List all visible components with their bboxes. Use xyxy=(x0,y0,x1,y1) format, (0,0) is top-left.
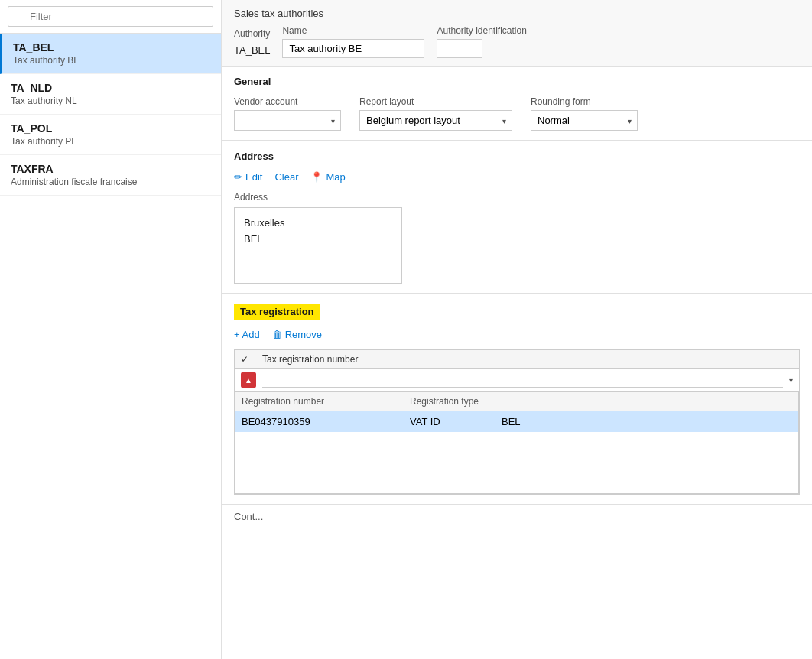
vendor-account-wrap: ▾ xyxy=(234,110,341,131)
reg-number-col-header: Tax registration number xyxy=(262,354,793,365)
authority-id-label: Authority identification xyxy=(437,25,526,36)
trash-icon: 🗑 xyxy=(272,329,282,340)
dropdown-reg-type: VAT ID xyxy=(410,416,502,427)
dropdown-col-reg-type: Registration type xyxy=(410,396,502,407)
remove-label: Remove xyxy=(285,329,322,340)
sta-section-title: Sales tax authorities xyxy=(234,8,800,19)
sidebar-item-code: TA_NLD xyxy=(11,82,210,94)
sidebar-item-desc: Tax authority PL xyxy=(11,136,210,147)
clear-label: Clear xyxy=(274,171,298,183)
sidebar-item-ta-nld[interactable]: TA_NLD Tax authority NL xyxy=(0,74,221,115)
sidebar-item-code: TAXFRA xyxy=(11,163,210,175)
tax-reg-number-input[interactable] xyxy=(262,372,783,388)
sidebar-list: TA_BEL Tax authority BE TA_NLD Tax autho… xyxy=(0,34,221,659)
edit-button[interactable]: ✏ Edit xyxy=(234,170,262,184)
map-icon: 📍 xyxy=(310,171,323,183)
authority-id-field: Authority identification xyxy=(437,25,526,58)
filter-bar: 🔍 xyxy=(0,0,221,34)
map-button[interactable]: 📍 Map xyxy=(310,170,345,184)
filter-input[interactable] xyxy=(8,6,213,27)
sidebar-item-desc: Tax authority BE xyxy=(13,55,210,66)
address-section: Address ✏ Edit Clear 📍 Map Address Bruxe… xyxy=(222,141,812,294)
tax-reg-actions: + Add 🗑 Remove xyxy=(234,327,800,342)
map-label: Map xyxy=(326,171,345,183)
footer-hint-text: Cont... xyxy=(234,511,263,522)
name-input[interactable] xyxy=(282,39,424,58)
dropdown-header: Registration number Registration type xyxy=(235,392,798,411)
authority-value: TA_BEL xyxy=(234,42,270,58)
add-label: + Add xyxy=(234,329,260,340)
rounding-form-label: Rounding form xyxy=(531,96,638,107)
report-layout-select[interactable]: Belgium report layout xyxy=(359,110,512,131)
edit-label: Edit xyxy=(245,171,262,183)
sidebar-item-desc: Administration fiscale francaise xyxy=(11,177,210,187)
vendor-account-label: Vendor account xyxy=(234,96,341,107)
check-col-header: ✓ xyxy=(241,354,256,365)
rounding-form-wrap: Normal 0.01 0.05 0.10 1.00 ▾ xyxy=(531,110,638,131)
report-layout-wrap: Belgium report layout ▾ xyxy=(359,110,512,131)
filter-wrap: 🔍 xyxy=(8,6,213,27)
sta-fields: Authority TA_BEL Name Authority identifi… xyxy=(234,25,800,58)
clear-button[interactable]: Clear xyxy=(274,170,298,184)
dropdown-col3 xyxy=(502,396,792,407)
general-section: General Vendor account ▾ Report layout B… xyxy=(222,67,812,141)
address-line2: BEL xyxy=(244,232,392,248)
rounding-form-select[interactable]: Normal 0.01 0.05 0.10 1.00 xyxy=(531,110,638,131)
sidebar-item-code: TA_POL xyxy=(11,122,210,135)
pencil-icon: ✏ xyxy=(234,171,242,183)
address-field-label: Address xyxy=(234,192,800,203)
dropdown-reg-number: BE0437910359 xyxy=(242,416,410,427)
dropdown-col-reg-number: Registration number xyxy=(242,396,410,407)
tax-table-header: ✓ Tax registration number xyxy=(235,350,799,369)
general-title: General xyxy=(234,76,800,87)
sta-section: Sales tax authorities Authority TA_BEL N… xyxy=(222,0,812,67)
sidebar-item-code: TA_BEL xyxy=(13,41,210,54)
address-title: Address xyxy=(234,151,800,162)
remove-button[interactable]: 🗑 Remove xyxy=(272,327,322,342)
address-box: Bruxelles BEL xyxy=(234,207,402,284)
tax-table-input-row: ▲ ▾ xyxy=(235,369,799,391)
dropdown-country: BEL xyxy=(502,416,792,427)
name-field: Name xyxy=(282,25,424,58)
add-button[interactable]: + Add xyxy=(234,327,260,342)
tax-registration-section: Tax registration + Add 🗑 Remove ✓ Tax re… xyxy=(222,294,812,504)
tax-dropdown-results: Registration number Registration type BE… xyxy=(235,391,799,494)
vendor-account-select[interactable] xyxy=(234,110,341,131)
name-label: Name xyxy=(282,25,424,36)
vendor-account-field: Vendor account ▾ xyxy=(234,96,341,131)
address-actions: ✏ Edit Clear 📍 Map xyxy=(234,170,800,184)
dropdown-row[interactable]: BE0437910359 VAT ID BEL xyxy=(235,411,798,432)
tax-reg-title: Tax registration xyxy=(234,304,320,320)
report-layout-label: Report layout xyxy=(359,96,512,107)
dropdown-empty-space xyxy=(235,432,798,493)
authority-label: Authority xyxy=(234,28,270,39)
footer-hint: Cont... xyxy=(222,504,812,528)
tax-input-chevron-icon: ▾ xyxy=(789,376,793,385)
sidebar-item-taxfra[interactable]: TAXFRA Administration fiscale francaise xyxy=(0,155,221,196)
sidebar-item-ta-bel[interactable]: TA_BEL Tax authority BE xyxy=(0,34,221,74)
authority-field: Authority TA_BEL xyxy=(234,28,270,58)
main-content: Sales tax authorities Authority TA_BEL N… xyxy=(222,0,812,659)
tax-table: ✓ Tax registration number ▲ ▾ Registrati… xyxy=(234,349,800,495)
sidebar-item-ta-pol[interactable]: TA_POL Tax authority PL xyxy=(0,115,221,155)
address-line1: Bruxelles xyxy=(244,216,392,232)
warning-icon: ▲ xyxy=(241,372,256,388)
sidebar-item-desc: Tax authority NL xyxy=(11,96,210,106)
report-layout-field: Report layout Belgium report layout ▾ xyxy=(359,96,512,131)
general-form-row: Vendor account ▾ Report layout Belgium r… xyxy=(234,96,800,131)
sidebar: 🔍 TA_BEL Tax authority BE TA_NLD Tax aut… xyxy=(0,0,222,659)
authority-id-input[interactable] xyxy=(437,39,482,58)
rounding-form-field: Rounding form Normal 0.01 0.05 0.10 1.00… xyxy=(531,96,638,131)
